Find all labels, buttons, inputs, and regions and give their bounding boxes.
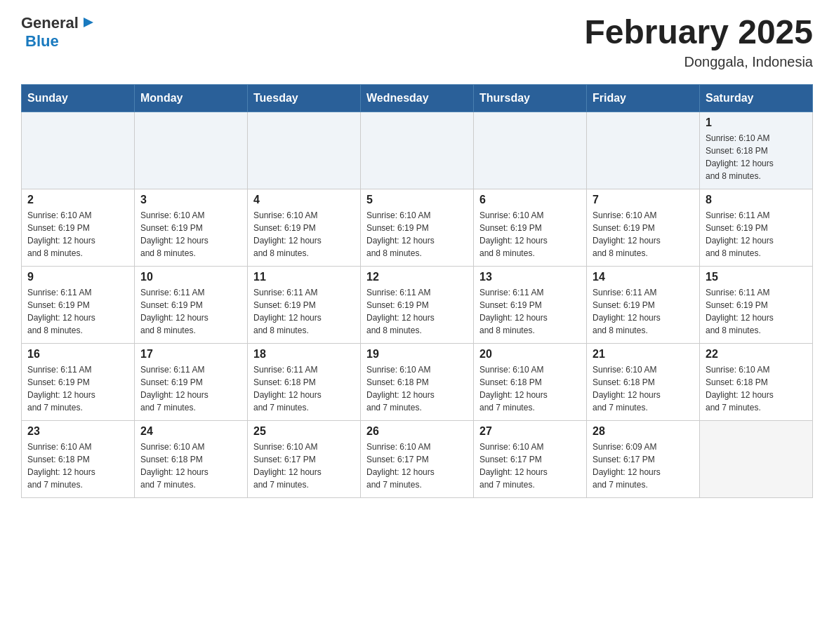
- day-sun-info: Sunrise: 6:10 AMSunset: 6:18 PMDaylight:…: [27, 441, 128, 491]
- calendar-day-cell: 21Sunrise: 6:10 AMSunset: 6:18 PMDayligh…: [587, 343, 700, 420]
- calendar-day-cell: 4Sunrise: 6:10 AMSunset: 6:19 PMDaylight…: [248, 189, 361, 266]
- day-of-week-header: Tuesday: [248, 84, 361, 112]
- calendar-day-cell: [474, 112, 587, 189]
- day-number: 15: [706, 271, 807, 283]
- calendar-day-cell: [248, 112, 361, 189]
- day-number: 22: [706, 348, 807, 361]
- logo-general-text: General: [21, 14, 79, 32]
- calendar-day-cell: [361, 112, 474, 189]
- calendar-day-cell: 27Sunrise: 6:10 AMSunset: 6:17 PMDayligh…: [474, 420, 587, 497]
- day-number: 19: [366, 348, 468, 361]
- calendar-day-cell: 5Sunrise: 6:10 AMSunset: 6:19 PMDaylight…: [361, 189, 474, 266]
- day-sun-info: Sunrise: 6:11 AMSunset: 6:19 PMDaylight:…: [253, 286, 355, 337]
- calendar-day-cell: 12Sunrise: 6:11 AMSunset: 6:19 PMDayligh…: [361, 266, 474, 343]
- calendar-day-cell: [135, 112, 248, 189]
- logo-arrow-icon: [79, 15, 95, 30]
- day-number: 24: [140, 425, 241, 438]
- calendar-day-cell: 20Sunrise: 6:10 AMSunset: 6:18 PMDayligh…: [474, 343, 587, 420]
- calendar-day-cell: 25Sunrise: 6:10 AMSunset: 6:17 PMDayligh…: [248, 420, 361, 497]
- calendar-day-cell: 19Sunrise: 6:10 AMSunset: 6:18 PMDayligh…: [361, 343, 474, 420]
- day-sun-info: Sunrise: 6:10 AMSunset: 6:19 PMDaylight:…: [366, 209, 468, 260]
- day-sun-info: Sunrise: 6:09 AMSunset: 6:17 PMDaylight:…: [593, 441, 694, 491]
- day-number: 5: [366, 194, 468, 206]
- calendar-table: SundayMondayTuesdayWednesdayThursdayFrid…: [21, 84, 813, 498]
- day-sun-info: Sunrise: 6:10 AMSunset: 6:18 PMDaylight:…: [140, 441, 241, 491]
- day-number: 23: [27, 425, 128, 438]
- calendar-day-cell: 1Sunrise: 6:10 AMSunset: 6:18 PMDaylight…: [700, 112, 813, 189]
- day-sun-info: Sunrise: 6:10 AMSunset: 6:19 PMDaylight:…: [140, 209, 241, 260]
- day-sun-info: Sunrise: 6:10 AMSunset: 6:18 PMDaylight:…: [706, 363, 807, 414]
- calendar-day-cell: 14Sunrise: 6:11 AMSunset: 6:19 PMDayligh…: [587, 266, 700, 343]
- day-number: 6: [479, 194, 581, 206]
- calendar-day-cell: 22Sunrise: 6:10 AMSunset: 6:18 PMDayligh…: [700, 343, 813, 420]
- calendar-week-row: 9Sunrise: 6:11 AMSunset: 6:19 PMDaylight…: [22, 266, 813, 343]
- calendar-header-row: SundayMondayTuesdayWednesdayThursdayFrid…: [22, 84, 813, 112]
- calendar-day-cell: [22, 112, 135, 189]
- calendar-day-cell: 8Sunrise: 6:11 AMSunset: 6:19 PMDaylight…: [700, 189, 813, 266]
- day-number: 26: [366, 425, 468, 438]
- calendar-subtitle: Donggala, Indonesia: [584, 54, 813, 70]
- day-number: 28: [593, 425, 694, 438]
- day-sun-info: Sunrise: 6:10 AMSunset: 6:17 PMDaylight:…: [253, 441, 355, 491]
- day-sun-info: Sunrise: 6:10 AMSunset: 6:18 PMDaylight:…: [593, 363, 694, 414]
- calendar-day-cell: [700, 420, 813, 497]
- calendar-day-cell: 16Sunrise: 6:11 AMSunset: 6:19 PMDayligh…: [22, 343, 135, 420]
- day-sun-info: Sunrise: 6:10 AMSunset: 6:18 PMDaylight:…: [706, 132, 807, 182]
- day-number: 3: [140, 194, 241, 206]
- calendar-day-cell: 13Sunrise: 6:11 AMSunset: 6:19 PMDayligh…: [474, 266, 587, 343]
- logo: General Blue: [21, 14, 95, 51]
- calendar-day-cell: 28Sunrise: 6:09 AMSunset: 6:17 PMDayligh…: [587, 420, 700, 497]
- day-number: 13: [479, 271, 581, 283]
- day-number: 18: [253, 348, 355, 361]
- day-sun-info: Sunrise: 6:11 AMSunset: 6:19 PMDaylight:…: [479, 286, 581, 337]
- day-sun-info: Sunrise: 6:10 AMSunset: 6:19 PMDaylight:…: [253, 209, 355, 260]
- day-sun-info: Sunrise: 6:11 AMSunset: 6:19 PMDaylight:…: [706, 209, 807, 260]
- calendar-day-cell: 3Sunrise: 6:10 AMSunset: 6:19 PMDaylight…: [135, 189, 248, 266]
- day-sun-info: Sunrise: 6:11 AMSunset: 6:19 PMDaylight:…: [27, 363, 128, 414]
- calendar-day-cell: 23Sunrise: 6:10 AMSunset: 6:18 PMDayligh…: [22, 420, 135, 497]
- day-of-week-header: Thursday: [474, 84, 587, 112]
- day-sun-info: Sunrise: 6:11 AMSunset: 6:19 PMDaylight:…: [593, 286, 694, 337]
- day-number: 7: [593, 194, 694, 206]
- calendar-day-cell: 6Sunrise: 6:10 AMSunset: 6:19 PMDaylight…: [474, 189, 587, 266]
- day-number: 21: [593, 348, 694, 361]
- day-number: 11: [253, 271, 355, 283]
- title-area: February 2025 Donggala, Indonesia: [584, 14, 813, 70]
- calendar-day-cell: 11Sunrise: 6:11 AMSunset: 6:19 PMDayligh…: [248, 266, 361, 343]
- day-sun-info: Sunrise: 6:10 AMSunset: 6:18 PMDaylight:…: [366, 363, 468, 414]
- calendar-week-row: 16Sunrise: 6:11 AMSunset: 6:19 PMDayligh…: [22, 343, 813, 420]
- logo-blue-text: Blue: [25, 32, 59, 51]
- day-sun-info: Sunrise: 6:10 AMSunset: 6:17 PMDaylight:…: [366, 441, 468, 491]
- calendar-day-cell: 9Sunrise: 6:11 AMSunset: 6:19 PMDaylight…: [22, 266, 135, 343]
- calendar-week-row: 23Sunrise: 6:10 AMSunset: 6:18 PMDayligh…: [22, 420, 813, 497]
- day-sun-info: Sunrise: 6:11 AMSunset: 6:18 PMDaylight:…: [253, 363, 355, 414]
- day-sun-info: Sunrise: 6:10 AMSunset: 6:19 PMDaylight:…: [479, 209, 581, 260]
- calendar-day-cell: 15Sunrise: 6:11 AMSunset: 6:19 PMDayligh…: [700, 266, 813, 343]
- day-number: 4: [253, 194, 355, 206]
- calendar-day-cell: 17Sunrise: 6:11 AMSunset: 6:19 PMDayligh…: [135, 343, 248, 420]
- day-sun-info: Sunrise: 6:11 AMSunset: 6:19 PMDaylight:…: [706, 286, 807, 337]
- day-of-week-header: Sunday: [22, 84, 135, 112]
- day-sun-info: Sunrise: 6:11 AMSunset: 6:19 PMDaylight:…: [140, 286, 241, 337]
- day-sun-info: Sunrise: 6:11 AMSunset: 6:19 PMDaylight:…: [27, 286, 128, 337]
- day-number: 10: [140, 271, 241, 283]
- svg-marker-0: [84, 18, 93, 27]
- day-of-week-header: Friday: [587, 84, 700, 112]
- day-sun-info: Sunrise: 6:10 AMSunset: 6:19 PMDaylight:…: [593, 209, 694, 260]
- day-number: 16: [27, 348, 128, 361]
- page-header: General Blue February 2025 Donggala, Ind…: [21, 14, 813, 70]
- day-number: 8: [706, 194, 807, 206]
- day-sun-info: Sunrise: 6:11 AMSunset: 6:19 PMDaylight:…: [366, 286, 468, 337]
- calendar-day-cell: 2Sunrise: 6:10 AMSunset: 6:19 PMDaylight…: [22, 189, 135, 266]
- day-number: 25: [253, 425, 355, 438]
- day-number: 9: [27, 271, 128, 283]
- calendar-day-cell: 26Sunrise: 6:10 AMSunset: 6:17 PMDayligh…: [361, 420, 474, 497]
- calendar-week-row: 2Sunrise: 6:10 AMSunset: 6:19 PMDaylight…: [22, 189, 813, 266]
- day-sun-info: Sunrise: 6:10 AMSunset: 6:19 PMDaylight:…: [27, 209, 128, 260]
- day-sun-info: Sunrise: 6:11 AMSunset: 6:19 PMDaylight:…: [140, 363, 241, 414]
- calendar-day-cell: 7Sunrise: 6:10 AMSunset: 6:19 PMDaylight…: [587, 189, 700, 266]
- day-number: 1: [706, 116, 807, 129]
- day-number: 12: [366, 271, 468, 283]
- calendar-day-cell: [587, 112, 700, 189]
- day-number: 14: [593, 271, 694, 283]
